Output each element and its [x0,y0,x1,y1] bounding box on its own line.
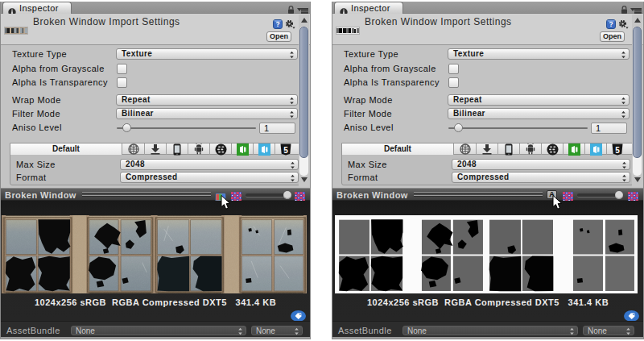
svg-text:?: ? [275,20,279,28]
svg-text:5: 5 [615,145,620,154]
svg-text:5: 5 [283,145,288,154]
svg-text:?: ? [609,20,613,28]
